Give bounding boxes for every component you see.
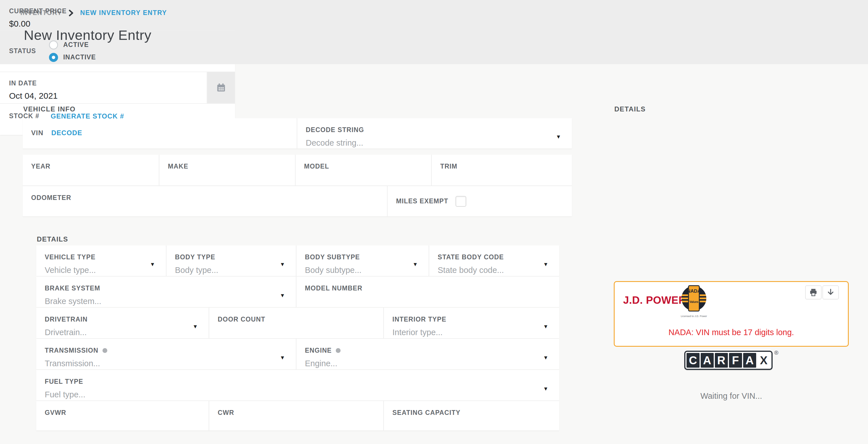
- model-label: MODEL: [304, 163, 329, 170]
- caret-down-icon: ▼: [543, 324, 548, 329]
- registered-trademark-icon: ®: [774, 349, 779, 356]
- status-option-inactive[interactable]: INACTIVE: [49, 53, 96, 62]
- carfax-letter-tile: C: [686, 353, 700, 368]
- details-panel-title: DETAILS: [614, 105, 646, 113]
- details-row-3: DRIVETRAIN Drivetrain... ▼ DOOR COUNT IN…: [36, 308, 559, 338]
- current-price-label: CURRENT PRICE: [9, 7, 66, 15]
- carfax-letter-tile: X: [757, 353, 770, 368]
- year-label: YEAR: [31, 163, 51, 170]
- generate-stock-button[interactable]: GENERATE STOCK #: [51, 112, 124, 120]
- current-price-value: $0.00: [9, 19, 235, 29]
- carfax-status-text: Waiting for VIN...: [614, 391, 849, 401]
- carfax-logo: C A R F A X ®: [684, 351, 779, 370]
- make-field[interactable]: MAKE: [159, 155, 295, 185]
- caret-down-icon: ▼: [150, 262, 155, 267]
- decode-string-placeholder: Decode string...: [306, 138, 563, 148]
- caret-down-icon: ▼: [280, 262, 285, 267]
- interior-type-placeholder: Interior type...: [392, 328, 551, 337]
- interior-type-label: INTERIOR TYPE: [392, 316, 446, 323]
- model-number-field[interactable]: MODEL NUMBER: [297, 277, 559, 307]
- caret-down-icon: ▼: [556, 134, 561, 139]
- miles-exempt-label: MILES EXEMPT: [396, 197, 448, 205]
- cwr-label: CWR: [218, 409, 234, 416]
- calendar-icon: [216, 82, 226, 93]
- details-row-1: VEHICLE TYPE Vehicle type... ▼ BODY TYPE…: [36, 245, 559, 276]
- vehicle-type-label: VEHICLE TYPE: [45, 253, 95, 261]
- stock-number-field: STOCK # GENERATE STOCK #: [0, 104, 235, 135]
- new-inventory-entry-page: INVENTORY NEW INVENTORY ENTRY New Invent…: [0, 0, 868, 444]
- vehicle-type-select[interactable]: VEHICLE TYPE Vehicle type... ▼: [36, 245, 166, 276]
- date-picker-button[interactable]: [207, 72, 235, 103]
- year-field[interactable]: YEAR: [23, 155, 159, 185]
- transmission-status-dot-icon: [102, 348, 107, 353]
- caret-down-icon: ▼: [192, 324, 198, 329]
- carfax-letter-tile: A: [701, 353, 714, 368]
- status-option-active[interactable]: ACTIVE: [49, 40, 96, 49]
- trim-label: TRIM: [440, 163, 458, 170]
- vehicle-type-placeholder: Vehicle type...: [45, 266, 157, 275]
- transmission-select[interactable]: TRANSMISSION Transmission... ▼: [36, 339, 296, 369]
- door-count-label: DOOR COUNT: [218, 316, 265, 323]
- caret-down-icon: ▼: [543, 386, 548, 391]
- trim-field[interactable]: TRIM: [432, 155, 572, 185]
- engine-status-dot-icon: [336, 348, 341, 353]
- engine-select[interactable]: ENGINE Engine... ▼: [297, 339, 559, 369]
- door-count-field[interactable]: DOOR COUNT: [209, 308, 383, 338]
- interior-type-select[interactable]: INTERIOR TYPE Interior type... ▼: [384, 308, 559, 338]
- in-date-label: IN DATE: [9, 79, 37, 87]
- radio-unselected-icon[interactable]: [49, 40, 58, 49]
- in-date-field[interactable]: IN DATE Oct 04, 2021: [0, 72, 235, 104]
- transmission-placeholder: Transmission...: [45, 359, 287, 368]
- seating-capacity-field[interactable]: SEATING CAPACITY: [384, 401, 559, 431]
- status-inactive-label: INACTIVE: [63, 54, 96, 61]
- caret-down-icon: ▼: [280, 355, 285, 360]
- gvwr-field[interactable]: GVWR: [36, 401, 209, 431]
- seating-capacity-label: SEATING CAPACITY: [392, 409, 460, 416]
- drivetrain-label: DRIVETRAIN: [45, 316, 88, 323]
- details-row-2: BRAKE SYSTEM Brake system... ▼ MODEL NUM…: [36, 277, 559, 307]
- svg-text:NADA: NADA: [687, 288, 701, 294]
- transmission-label: TRANSMISSION: [45, 347, 98, 354]
- body-type-placeholder: Body type...: [175, 266, 287, 275]
- details-panel-card: CURRENT PRICE $0.00 STATUS ACTIVE INACTI…: [0, 0, 235, 135]
- fuel-type-select[interactable]: FUEL TYPE Fuel type... ▼: [36, 370, 559, 401]
- body-subtype-label: BODY SUBTYPE: [305, 253, 360, 261]
- make-label: MAKE: [168, 163, 188, 170]
- odometer-field[interactable]: ODOMETER: [23, 186, 387, 216]
- nada-logo: NADA Values Licensed to J.D. Power: [679, 284, 709, 320]
- current-price-field[interactable]: CURRENT PRICE $0.00: [0, 0, 235, 31]
- carfax-letter-tile: A: [743, 353, 756, 368]
- body-type-select[interactable]: BODY TYPE Body type... ▼: [166, 245, 296, 276]
- engine-placeholder: Engine...: [305, 359, 551, 368]
- year-make-model-trim-card: YEAR MAKE MODEL TRIM ODOMETER MILES EXEM…: [23, 155, 572, 216]
- odometer-label: ODOMETER: [31, 194, 71, 201]
- cwr-field[interactable]: CWR: [209, 401, 383, 431]
- decode-string-select[interactable]: DECODE STRING Decode string... ▼: [297, 118, 572, 148]
- in-date-value: Oct 04, 2021: [9, 91, 235, 101]
- gvwr-label: GVWR: [45, 409, 66, 416]
- drivetrain-placeholder: Drivetrain...: [45, 328, 200, 337]
- caret-down-icon: ▼: [543, 355, 548, 360]
- model-field[interactable]: MODEL: [296, 155, 431, 185]
- stock-number-label: STOCK #: [9, 112, 39, 120]
- printer-icon: [809, 288, 817, 297]
- body-subtype-placeholder: Body subtype...: [305, 266, 420, 275]
- caret-down-icon: ▼: [412, 262, 418, 267]
- miles-exempt-field: MILES EXEMPT: [388, 186, 572, 216]
- drivetrain-select[interactable]: DRIVETRAIN Drivetrain... ▼: [36, 308, 209, 338]
- brake-system-select[interactable]: BRAKE SYSTEM Brake system... ▼: [36, 277, 296, 307]
- brake-system-label: BRAKE SYSTEM: [45, 284, 100, 292]
- body-subtype-select[interactable]: BODY SUBTYPE Body subtype... ▼: [297, 245, 429, 276]
- status-label: STATUS: [9, 47, 36, 55]
- state-body-code-select[interactable]: STATE BODY CODE State body code... ▼: [429, 245, 559, 276]
- print-button[interactable]: [805, 285, 822, 300]
- state-body-code-label: STATE BODY CODE: [438, 253, 504, 261]
- download-button[interactable]: [823, 285, 839, 300]
- miles-exempt-checkbox[interactable]: [456, 196, 466, 207]
- jdpower-logo: J.D. POWER: [623, 295, 686, 306]
- fuel-type-placeholder: Fuel type...: [45, 390, 551, 399]
- radio-selected-icon[interactable]: [49, 53, 58, 62]
- engine-label: ENGINE: [305, 347, 332, 354]
- nada-actions: [805, 285, 839, 300]
- status-active-label: ACTIVE: [63, 41, 89, 49]
